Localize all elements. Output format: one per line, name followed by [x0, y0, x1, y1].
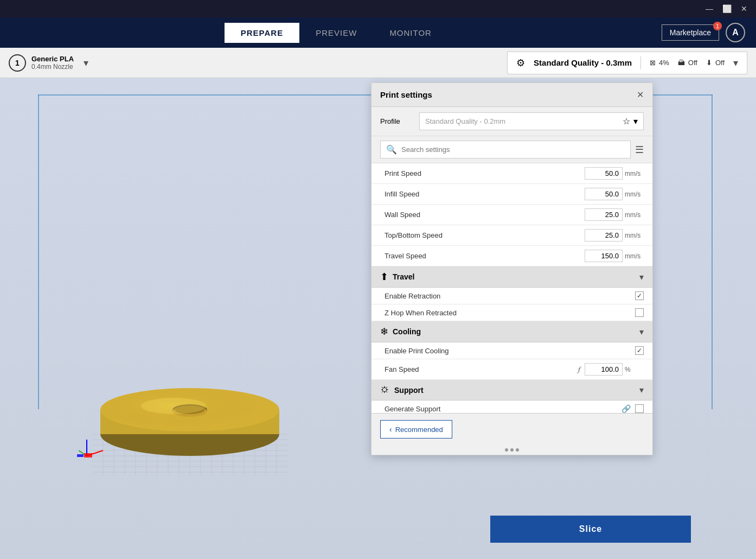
marketplace-button[interactable]: Marketplace 1	[662, 24, 719, 41]
quality-settings-icon: ⚙	[516, 57, 525, 69]
adhesion-item: ⬇ Off	[706, 59, 725, 67]
setting-name-print-speed: Print Speed	[385, 169, 585, 177]
travel-speed-unit: mm/s	[625, 252, 644, 260]
support-value: Off	[688, 59, 697, 67]
marketplace-badge: 1	[713, 22, 722, 30]
marketplace-label: Marketplace	[670, 28, 711, 37]
profile-select[interactable]: Standard Quality - 0.2mm ☆ ▾	[419, 112, 644, 130]
printer-dropdown-icon[interactable]: ▾	[84, 57, 88, 69]
setting-name-zhop: Z Hop When Retracted	[385, 309, 635, 317]
cooling-chevron-icon: ▾	[639, 327, 644, 337]
main-content: Print settings ✕ Profile Standard Qualit…	[0, 78, 756, 559]
setting-value-wrap-wall: mm/s	[585, 208, 644, 221]
cooling-section-title: Cooling	[393, 327, 639, 336]
recommended-button[interactable]: ‹ Recommended	[380, 420, 452, 439]
settings-list: Print Speed mm/s Infill Speed mm/s Wall …	[371, 163, 652, 413]
travel-section-title: Travel	[393, 272, 639, 281]
enable-retraction-checkbox[interactable]: ✓	[635, 291, 644, 300]
nav-tabs: PREPARE PREVIEW MONITOR	[11, 23, 662, 43]
section-header-cooling[interactable]: ❄ Cooling ▾	[371, 321, 652, 342]
setting-row-wall-speed: Wall Speed mm/s	[371, 205, 652, 225]
section-header-travel[interactable]: ⬆ Travel ▾	[371, 266, 652, 288]
3d-object	[76, 326, 304, 478]
infill-value: 4%	[659, 59, 669, 67]
setting-row-enable-cooling: Enable Print Cooling ✓	[371, 342, 652, 359]
fan-speed-input[interactable]	[585, 363, 623, 376]
profile-label: Profile	[380, 117, 413, 125]
tab-preview[interactable]: PREVIEW	[299, 23, 373, 43]
title-bar: — ⬜ ✕	[0, 0, 756, 17]
setting-name-enable-cooling: Enable Print Cooling	[385, 347, 635, 355]
slice-area: Slice	[490, 516, 691, 543]
filter-icon[interactable]: ☰	[635, 144, 644, 156]
setting-name-generate-support: Generate Support	[385, 405, 622, 413]
search-input[interactable]	[401, 145, 625, 154]
adhesion-icon: ⬇	[706, 59, 712, 67]
setting-name-fan-speed: Fan Speed	[385, 365, 578, 373]
setting-row-topbottom-speed: Top/Bottom Speed mm/s	[371, 225, 652, 246]
quality-expand-icon[interactable]: ▾	[733, 57, 738, 69]
printer-nozzle: 0.4mm Nozzle	[31, 63, 74, 71]
tab-monitor[interactable]: MONITOR	[373, 23, 448, 43]
slice-button[interactable]: Slice	[490, 516, 691, 543]
maximize-button[interactable]: ⬜	[719, 1, 734, 16]
infill-speed-unit: mm/s	[625, 190, 644, 198]
search-row: 🔍 ☰	[371, 136, 652, 163]
fan-speed-unit: %	[625, 366, 644, 373]
minimize-button[interactable]: —	[702, 1, 717, 16]
enable-cooling-checkbox[interactable]: ✓	[635, 346, 644, 355]
svg-point-32	[141, 398, 206, 414]
print-speed-input[interactable]	[585, 167, 623, 180]
panel-dots	[371, 445, 652, 455]
support-item: 🏔 Off	[678, 59, 697, 67]
setting-value-wrap-support: 🔗	[622, 404, 644, 413]
setting-name-infill-speed: Infill Speed	[385, 190, 585, 198]
frame-line-left	[38, 94, 39, 409]
setting-value-wrap: mm/s	[585, 167, 644, 180]
setting-row-generate-support: Generate Support 🔗	[371, 401, 652, 413]
support-icon: 🏔	[678, 59, 685, 67]
profile-select-text: Standard Quality - 0.2mm	[425, 117, 505, 125]
setting-row-print-speed: Print Speed mm/s	[371, 163, 652, 184]
section-header-support[interactable]: ⛭ Support ▾	[371, 380, 652, 401]
recommended-label: Recommended	[395, 425, 443, 434]
infill-icon: ⊠	[650, 59, 656, 67]
generate-support-checkbox[interactable]	[635, 404, 644, 413]
setting-value-wrap-travel: mm/s	[585, 250, 644, 262]
recommended-arrow-icon: ‹	[389, 425, 392, 434]
topbottom-speed-unit: mm/s	[625, 232, 644, 239]
nav-right: Marketplace 1 A	[662, 23, 745, 42]
zhop-checkbox[interactable]	[635, 308, 644, 317]
print-speed-unit: mm/s	[625, 170, 644, 177]
close-button[interactable]: ✕	[736, 1, 752, 16]
support-section-title: Support	[394, 386, 639, 395]
setting-value-wrap-infill: mm/s	[585, 188, 644, 200]
adhesion-value: Off	[715, 59, 725, 67]
printer-name: Generic PLA	[31, 55, 74, 63]
profile-row: Profile Standard Quality - 0.2mm ☆ ▾	[371, 107, 652, 136]
svg-rect-36	[84, 453, 92, 458]
setting-value-wrap-topbottom: mm/s	[585, 229, 644, 242]
tab-prepare[interactable]: PREPARE	[225, 23, 299, 43]
infill-item: ⊠ 4%	[650, 59, 669, 67]
setting-row-fan-speed: Fan Speed 𝑓 %	[371, 359, 652, 380]
quality-label: Standard Quality - 0.3mm	[534, 58, 632, 67]
setting-name-travel-speed: Travel Speed	[385, 252, 585, 260]
recommended-row: ‹ Recommended	[371, 413, 652, 445]
support-section-icon: ⛭	[380, 384, 390, 396]
wall-speed-input[interactable]	[585, 208, 623, 221]
top-nav: PREPARE PREVIEW MONITOR Marketplace 1 A	[0, 17, 756, 48]
function-icon: 𝑓	[578, 365, 580, 374]
dot-3	[516, 448, 519, 452]
search-icon: 🔍	[386, 144, 397, 155]
setting-row-infill-speed: Infill Speed mm/s	[371, 184, 652, 205]
setting-row-travel-speed: Travel Speed mm/s	[371, 246, 652, 266]
travel-speed-input[interactable]	[585, 250, 623, 262]
panel-close-button[interactable]: ✕	[637, 90, 644, 100]
travel-section-icon: ⬆	[380, 271, 388, 283]
link-icon: 🔗	[622, 404, 631, 413]
topbottom-speed-input[interactable]	[585, 229, 623, 242]
chevron-down-icon: ▾	[633, 116, 638, 126]
account-button[interactable]: A	[726, 23, 745, 42]
infill-speed-input[interactable]	[585, 188, 623, 200]
